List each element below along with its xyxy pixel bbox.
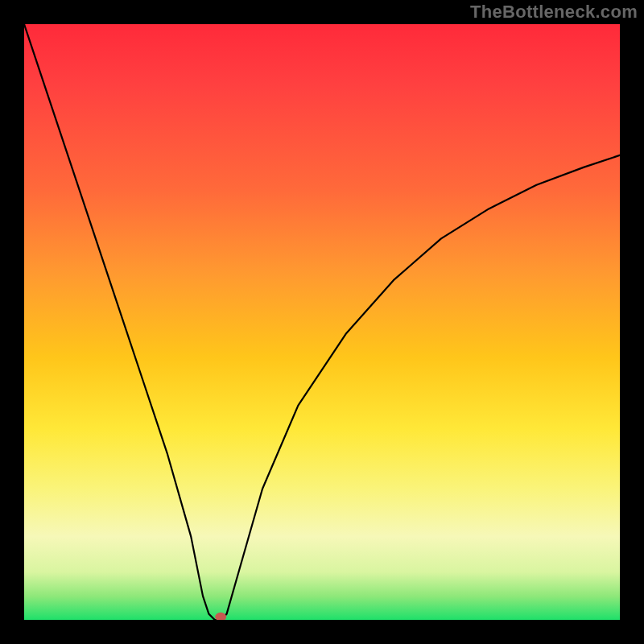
bottleneck-curve [24, 24, 620, 620]
chart-frame: TheBottleneck.com [0, 0, 644, 644]
chart-svg [24, 24, 620, 620]
minimum-marker [215, 613, 226, 620]
watermark-text: TheBottleneck.com [470, 2, 638, 23]
plot-area [24, 24, 620, 620]
